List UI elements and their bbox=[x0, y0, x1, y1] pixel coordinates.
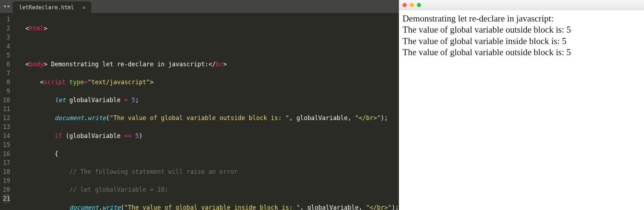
code-token: br bbox=[216, 61, 223, 68]
output-line: The value of global variable outside blo… bbox=[402, 47, 640, 58]
code-token: , bbox=[300, 204, 307, 210]
code-token: let bbox=[55, 96, 66, 104]
code-token: document bbox=[69, 204, 99, 210]
file-tab[interactable]: letRedeclare.html × bbox=[13, 1, 91, 14]
browser-preview-pane: Demonstrating let re-declare in javascri… bbox=[399, 0, 644, 210]
code-token: 5 bbox=[135, 132, 139, 139]
line-number: 7 bbox=[3, 69, 10, 78]
code-token: ); bbox=[381, 114, 388, 121]
code-token: ; bbox=[135, 96, 139, 104]
line-number: 6 bbox=[3, 60, 10, 69]
code-token: , bbox=[358, 204, 366, 210]
nav-forward-icon[interactable]: ▸ bbox=[7, 3, 11, 9]
code-token: > bbox=[44, 61, 47, 68]
code-token: ( bbox=[121, 204, 124, 210]
line-number: 18 bbox=[3, 167, 10, 176]
code-token: . bbox=[84, 114, 88, 121]
code-token: globalVariable bbox=[307, 204, 358, 210]
code-editor-pane: ◂ ▸ letRedeclare.html × 1234567891011121… bbox=[0, 0, 399, 210]
code-token: > bbox=[44, 25, 47, 32]
code-content[interactable]: <html> <body> Demonstrating let re-decla… bbox=[14, 13, 399, 210]
code-token: ) bbox=[139, 132, 142, 139]
line-number: 13 bbox=[3, 123, 10, 132]
code-token: , bbox=[348, 114, 355, 121]
line-number-gutter: 123456789101112131415161718192021 bbox=[0, 13, 14, 210]
window-minimize-icon[interactable] bbox=[410, 3, 414, 7]
tab-nav-arrows: ◂ ▸ bbox=[2, 0, 13, 13]
window-zoom-icon[interactable] bbox=[417, 3, 421, 7]
line-number: 4 bbox=[3, 42, 10, 51]
code-token: "</br>" bbox=[355, 114, 381, 121]
code-token: </ bbox=[209, 61, 216, 68]
code-token: "</br>" bbox=[366, 204, 392, 210]
code-token: "text/javascript" bbox=[88, 78, 150, 86]
code-area: 123456789101112131415161718192021 <html>… bbox=[0, 13, 399, 210]
line-number: 15 bbox=[3, 140, 10, 149]
code-token: ( bbox=[106, 114, 109, 121]
nav-back-icon[interactable]: ◂ bbox=[3, 3, 6, 9]
code-token: Demonstrating let re-declare in javascri… bbox=[47, 61, 208, 68]
code-token: // let globalVariable = 10; bbox=[69, 186, 168, 193]
line-number: 19 bbox=[3, 176, 10, 185]
line-number: 20 bbox=[3, 185, 10, 194]
code-token: { bbox=[55, 150, 58, 157]
code-token: // The following statement will raise an… bbox=[69, 168, 238, 175]
line-number: 1 bbox=[3, 15, 10, 24]
code-token: < bbox=[25, 25, 29, 32]
line-number: 21 bbox=[3, 194, 10, 203]
line-number: 8 bbox=[3, 78, 10, 87]
code-token: ( bbox=[62, 132, 69, 139]
code-token: write bbox=[88, 114, 106, 121]
code-token: globalVariable bbox=[296, 114, 347, 121]
browser-body: Demonstrating let re-declare in javascri… bbox=[399, 10, 644, 61]
code-token: < bbox=[25, 61, 29, 68]
code-token: type bbox=[69, 78, 84, 86]
code-token: write bbox=[102, 204, 121, 210]
close-icon[interactable]: × bbox=[83, 5, 86, 10]
code-token: . bbox=[99, 204, 102, 210]
output-line: The value of global variable inside bloc… bbox=[402, 35, 640, 47]
code-token: script bbox=[44, 78, 65, 86]
line-number: 5 bbox=[3, 51, 10, 60]
code-token: < bbox=[40, 78, 44, 86]
window-close-icon[interactable] bbox=[402, 3, 407, 7]
line-number: 11 bbox=[3, 105, 10, 114]
tab-filename: letRedeclare.html bbox=[19, 4, 74, 11]
code-token: > bbox=[223, 61, 227, 68]
line-number: 9 bbox=[3, 87, 10, 96]
code-token bbox=[132, 132, 135, 139]
line-number: 10 bbox=[3, 96, 10, 105]
line-number: 2 bbox=[3, 24, 10, 33]
line-number: 12 bbox=[3, 114, 10, 123]
code-token: "The value of global variable outside bl… bbox=[109, 114, 289, 121]
output-line: The value of global variable outside blo… bbox=[402, 24, 640, 35]
code-token: = bbox=[124, 96, 128, 104]
code-token: 5 bbox=[132, 96, 135, 104]
code-token: globalVariable bbox=[66, 96, 125, 104]
code-token: html bbox=[29, 25, 44, 32]
code-token: globalVariable bbox=[69, 132, 125, 139]
code-token: , bbox=[289, 114, 296, 121]
code-token: document bbox=[55, 114, 84, 121]
code-token: body bbox=[29, 61, 44, 68]
code-token: = bbox=[84, 78, 88, 86]
line-number: 14 bbox=[3, 132, 10, 140]
code-token: "The value of global variable inside blo… bbox=[124, 204, 300, 210]
line-number: 16 bbox=[3, 149, 10, 158]
line-number: 17 bbox=[3, 158, 10, 167]
browser-window-chrome bbox=[399, 0, 644, 10]
code-token: == bbox=[124, 132, 131, 139]
code-token bbox=[128, 96, 132, 104]
output-line: Demonstrating let re-declare in javascri… bbox=[402, 13, 640, 24]
code-token: ); bbox=[392, 204, 399, 210]
code-token: > bbox=[150, 78, 153, 86]
tab-bar: ◂ ▸ letRedeclare.html × bbox=[0, 0, 399, 13]
line-number: 3 bbox=[3, 33, 10, 42]
code-token: if bbox=[55, 132, 62, 139]
